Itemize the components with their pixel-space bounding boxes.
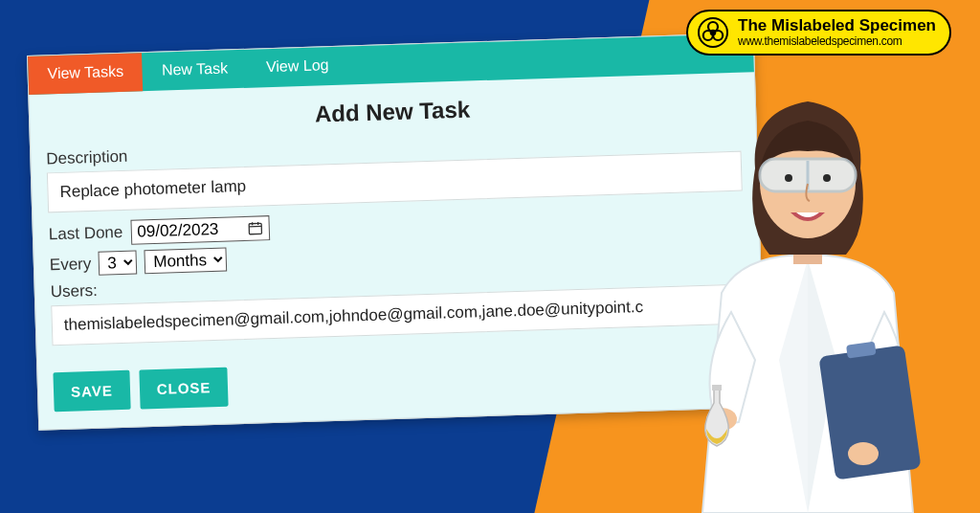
tab-new-task[interactable]: New Task bbox=[142, 50, 247, 91]
tab-view-log[interactable]: View Log bbox=[246, 46, 348, 87]
svg-point-4 bbox=[711, 31, 715, 34]
last-done-value: 09/02/2023 bbox=[137, 220, 219, 242]
biohazard-icon bbox=[698, 17, 728, 48]
brand-badge: The Mislabeled Specimen www.themislabele… bbox=[686, 10, 951, 56]
task-form-card: View Tasks New Task View Log Add New Tas… bbox=[27, 33, 766, 431]
svg-rect-5 bbox=[249, 223, 261, 234]
svg-rect-16 bbox=[712, 385, 722, 390]
brand-url: www.themislabeledspecimen.com bbox=[738, 35, 936, 48]
last-done-input[interactable]: 09/02/2023 bbox=[130, 215, 270, 245]
every-number-select[interactable]: 3 bbox=[99, 250, 138, 275]
every-label: Every bbox=[50, 254, 92, 274]
calendar-icon[interactable] bbox=[247, 220, 262, 235]
scientist-illustration bbox=[664, 73, 951, 513]
every-unit-select[interactable]: Months bbox=[145, 248, 228, 275]
svg-point-14 bbox=[823, 174, 831, 182]
svg-point-13 bbox=[785, 174, 792, 182]
close-button[interactable]: CLOSE bbox=[139, 368, 229, 410]
last-done-label: Last Done bbox=[49, 223, 123, 244]
tab-view-tasks[interactable]: View Tasks bbox=[28, 53, 144, 95]
form-title: Add New Task bbox=[45, 88, 741, 137]
save-button[interactable]: SAVE bbox=[53, 370, 130, 412]
brand-title: The Mislabeled Specimen bbox=[738, 17, 936, 35]
svg-point-19 bbox=[848, 442, 879, 465]
